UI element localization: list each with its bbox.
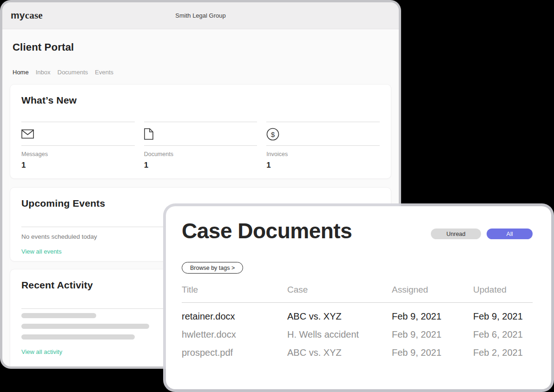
stat-value: 1	[266, 161, 380, 170]
column-header-case: Case	[287, 285, 392, 295]
cell-title: retainer.docx	[182, 311, 287, 322]
mail-icon	[21, 129, 34, 139]
logo-text-my: my	[11, 10, 25, 20]
stat-invoices[interactable]: $ Invoices 1	[266, 122, 380, 170]
documents-table: Title Case Assigned Updated retainer.doc…	[182, 285, 533, 362]
top-bar: mycase Smith Legal Group	[2, 2, 399, 29]
cell-title: hwletter.docx	[182, 329, 287, 340]
cell-case: H. Wells accident	[287, 329, 392, 340]
stat-label: Documents	[144, 151, 257, 157]
nav-item-documents[interactable]: Documents	[58, 69, 88, 76]
cell-updated: Feb 9, 2021	[473, 311, 533, 322]
stat-value: 1	[144, 161, 257, 170]
stat-value: 1	[21, 161, 135, 170]
activity-skeleton-bar	[21, 334, 135, 340]
cell-assigned: Feb 9, 2021	[392, 347, 473, 358]
cell-assigned: Feb 9, 2021	[392, 311, 473, 322]
nav-item-events[interactable]: Events	[95, 69, 113, 76]
document-icon	[144, 128, 153, 140]
page-title: Client Portal	[13, 41, 391, 53]
column-header-assigned: Assigned	[392, 285, 473, 295]
view-all-events-link[interactable]: View all events	[21, 248, 61, 255]
table-row[interactable]: retainer.docx ABC vs. XYZ Feb 9, 2021 Fe…	[182, 307, 533, 326]
stat-label: Invoices	[266, 151, 380, 157]
mycase-logo[interactable]: mycase	[11, 10, 43, 21]
logo-text-case: case	[25, 10, 43, 21]
read-filter-group: Unread All	[431, 229, 533, 239]
filter-all-button[interactable]: All	[487, 229, 533, 239]
cell-assigned: Feb 9, 2021	[392, 329, 473, 340]
stat-label: Messages	[21, 151, 135, 157]
stat-documents[interactable]: Documents 1	[144, 122, 257, 170]
cell-case: ABC vs. XYZ	[287, 347, 392, 358]
firm-name: Smith Legal Group	[175, 12, 225, 19]
activity-skeleton-bar	[21, 324, 149, 329]
table-header-row: Title Case Assigned Updated	[182, 285, 533, 303]
view-all-activity-link[interactable]: View all activity	[21, 348, 62, 355]
table-row[interactable]: prospect.pdf ABC vs. XYZ Feb 9, 2021 Feb…	[182, 344, 533, 362]
cell-case: ABC vs. XYZ	[287, 311, 392, 322]
dollar-icon: $	[266, 128, 279, 141]
table-row[interactable]: hwletter.docx H. Wells accident Feb 9, 2…	[182, 326, 533, 344]
stat-messages[interactable]: Messages 1	[21, 122, 135, 170]
filter-unread-button[interactable]: Unread	[431, 229, 481, 239]
cell-updated: Feb 2, 2021	[473, 347, 533, 358]
cell-title: prospect.pdf	[182, 347, 287, 358]
column-header-title: Title	[182, 285, 287, 295]
case-documents-header: Case Documents Unread All	[182, 218, 533, 243]
browse-by-tags-button[interactable]: Browse by tags >	[182, 262, 243, 274]
cell-updated: Feb 6, 2021	[473, 329, 533, 340]
nav-item-home[interactable]: Home	[13, 69, 29, 76]
case-documents-window: Case Documents Unread All Browse by tags…	[166, 206, 551, 389]
stats-row: Messages 1 Documents 1	[21, 122, 380, 170]
case-documents-title: Case Documents	[182, 218, 352, 243]
portal-nav: Home Inbox Documents Events	[13, 69, 391, 76]
activity-skeleton-bar	[21, 313, 96, 318]
svg-text:$: $	[271, 130, 275, 138]
table-body: retainer.docx ABC vs. XYZ Feb 9, 2021 Fe…	[182, 307, 533, 362]
column-header-updated: Updated	[473, 285, 533, 295]
whats-new-card: What’s New Messages 1	[10, 84, 391, 179]
nav-item-inbox[interactable]: Inbox	[36, 69, 51, 76]
whats-new-title: What’s New	[21, 95, 380, 106]
